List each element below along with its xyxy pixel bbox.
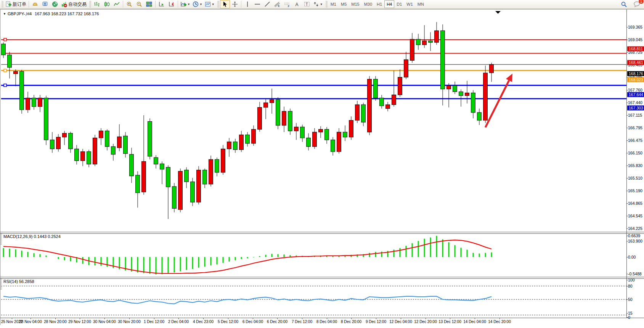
timeframe-toolbar: M1M5M15M30H1H4D1W1MN xyxy=(328,0,426,8)
zoom-out-button[interactable] xyxy=(134,0,144,8)
time-tick-label: 9 Dec 12:00 xyxy=(366,320,386,324)
candle xyxy=(172,183,177,212)
svg-text:E: E xyxy=(278,5,280,7)
time-tick-label: 6 Dec 04:00 xyxy=(243,320,263,324)
cursor-tool-button[interactable] xyxy=(220,0,230,8)
price-badge: 167.303 xyxy=(627,105,644,110)
price-tick-label: 165.830 xyxy=(628,163,642,168)
chevron-down-icon: ▼ xyxy=(212,3,215,6)
bars-chart-icon xyxy=(94,1,100,7)
trend-arrow xyxy=(485,80,509,127)
price-tick-label: 167.115 xyxy=(628,113,642,117)
candle xyxy=(477,109,482,125)
tile-windows-button[interactable] xyxy=(144,0,154,8)
clock-icon xyxy=(193,1,199,7)
signals-button[interactable] xyxy=(50,0,60,8)
price-tick-label: 169.365 xyxy=(628,25,642,29)
periods-button[interactable]: ▼ xyxy=(191,0,204,8)
time-tickmark xyxy=(129,318,130,319)
timeframe-button-mn[interactable]: MN xyxy=(415,0,426,8)
candle xyxy=(160,161,164,184)
time-tickmark xyxy=(426,318,426,319)
candlestick-chart-button[interactable] xyxy=(102,0,112,8)
rsi-panel-handle[interactable] xyxy=(0,279,2,290)
timeframe-button-h1[interactable]: H1 xyxy=(374,0,384,8)
signal-icon xyxy=(52,1,58,7)
timeframe-button-w1[interactable]: W1 xyxy=(404,0,415,8)
candle xyxy=(215,158,219,176)
crosshair-tool-button[interactable] xyxy=(230,0,240,8)
candle xyxy=(38,95,42,112)
candle xyxy=(343,125,347,141)
notification-badge: 1 xyxy=(638,0,644,4)
rsi-panel[interactable] xyxy=(1,278,626,318)
market-watch-button[interactable] xyxy=(30,0,40,8)
time-axis[interactable]: 25 Nov 202228 Nov 04:0028 Nov 20:0029 No… xyxy=(0,318,644,325)
candle xyxy=(142,115,146,195)
rsi-tick-label: 100 xyxy=(628,278,635,282)
toolbar-drag-handle[interactable] xyxy=(89,1,91,7)
label-tool-button[interactable]: T xyxy=(302,0,312,8)
search-button[interactable] xyxy=(619,0,629,8)
candle xyxy=(252,125,256,146)
candle xyxy=(111,144,116,161)
price-chart-area[interactable] xyxy=(1,10,626,232)
time-tick-label: 8 Dec 20:00 xyxy=(341,320,361,324)
line-chart-button[interactable] xyxy=(112,0,122,8)
new-order-button[interactable]: 新订单 xyxy=(4,0,27,8)
svg-text:A: A xyxy=(295,2,298,7)
rsi-label: RSI(14) 56.2858 xyxy=(3,279,34,284)
zoom-in-button[interactable] xyxy=(124,0,134,8)
bars-chart-button[interactable] xyxy=(92,0,102,8)
profile-button[interactable] xyxy=(40,0,50,8)
macd-panel-handle[interactable] xyxy=(0,234,2,245)
chart-shift-marker xyxy=(495,11,501,14)
templates-button[interactable]: ▼ xyxy=(204,0,216,8)
toolbar-drag-handle[interactable] xyxy=(326,1,328,7)
vertical-line-icon xyxy=(244,1,251,7)
timeframe-button-m30[interactable]: M30 xyxy=(362,0,374,8)
price-tick-label: 165.510 xyxy=(628,176,642,180)
chart-shift-button[interactable] xyxy=(167,0,177,8)
candle xyxy=(44,96,48,145)
time-tick-label: 14 Dec 04:00 xyxy=(463,320,486,324)
time-tick-label: 29 Nov 12:00 xyxy=(68,320,91,324)
time-tick-label: 28 Nov 20:00 xyxy=(44,320,67,324)
auto-scroll-button[interactable] xyxy=(157,0,167,8)
text-tool-button[interactable]: A xyxy=(292,0,302,8)
new-order-label: 新订单 xyxy=(13,1,26,8)
trendline-tool-button[interactable] xyxy=(262,0,272,8)
time-tickmark xyxy=(351,318,352,319)
rsi-line xyxy=(3,296,491,304)
vertical-line-tool-button[interactable] xyxy=(243,0,252,8)
macd-panel[interactable] xyxy=(1,233,626,277)
time-tickmark xyxy=(12,318,12,319)
time-tick-label: 30 Nov 04:00 xyxy=(93,320,116,324)
candle xyxy=(178,169,183,212)
chart-shift-icon xyxy=(169,1,175,7)
autotrading-button[interactable]: 自动交易 xyxy=(60,0,88,8)
notifications-button[interactable]: 1 xyxy=(632,0,642,8)
candle xyxy=(349,116,353,140)
hline-handle xyxy=(4,69,6,72)
timeframe-button-h4[interactable]: H4 xyxy=(384,0,394,8)
channel-tool-button[interactable]: F xyxy=(282,0,292,8)
candle xyxy=(441,24,445,106)
arrows-tool-button[interactable]: ▼ xyxy=(312,0,324,8)
timeframe-button-m1[interactable]: M1 xyxy=(328,0,339,8)
horizontal-line-tool-button[interactable] xyxy=(252,0,262,8)
candle xyxy=(203,169,207,188)
indicators-button[interactable]: ▼ xyxy=(179,0,191,8)
toolbar-drag-handle[interactable] xyxy=(217,1,219,7)
fibonacci-tool-button[interactable]: E xyxy=(272,0,282,8)
one-click-trading-collapsed-icon[interactable]: ▼ xyxy=(3,12,6,16)
time-tickmark xyxy=(31,318,31,319)
time-tickmark xyxy=(154,318,154,319)
time-tickmark xyxy=(203,318,204,319)
price-tick-label: 166.150 xyxy=(628,151,642,155)
candle xyxy=(20,70,24,114)
timeframe-button-d1[interactable]: D1 xyxy=(394,0,404,8)
timeframe-button-m15[interactable]: M15 xyxy=(349,0,361,8)
toolbar-drag-handle[interactable] xyxy=(2,1,3,7)
timeframe-button-m5[interactable]: M5 xyxy=(339,0,349,8)
